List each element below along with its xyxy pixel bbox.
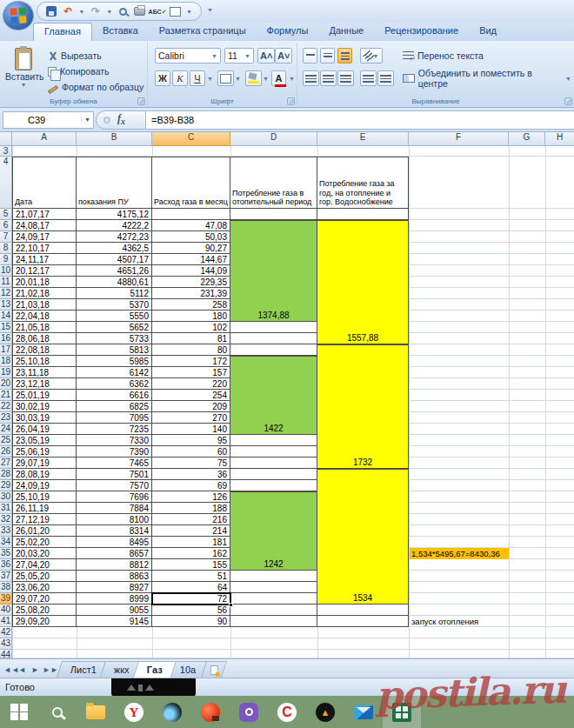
cell-B35[interactable]: 8657 (77, 548, 152, 559)
print-preview-icon[interactable] (117, 4, 129, 18)
row-header-16[interactable]: 16 (0, 333, 12, 344)
alignment-dialog-launcher-icon[interactable]: ◿ (564, 97, 572, 105)
row-header-32[interactable]: 32 (0, 514, 12, 525)
orientation-button[interactable]: ▼ (360, 48, 383, 63)
heating-period-block-3[interactable]: 1242 (230, 491, 317, 571)
row-header-36[interactable]: 36 (0, 559, 12, 571)
cell-D37[interactable] (230, 571, 317, 582)
cell-B4[interactable]: показания ПУ (77, 157, 152, 209)
cell-B39[interactable]: 8999 (77, 593, 152, 604)
row-header-21[interactable]: 21 (0, 390, 12, 401)
cell-A37[interactable]: 25,05,20 (13, 571, 77, 582)
browser-blue-taskbar-icon[interactable] (153, 696, 191, 728)
cell-B29[interactable]: 7570 (77, 480, 152, 491)
next-sheet-icon[interactable]: ► (30, 665, 41, 674)
cell-A15[interactable]: 21,05,18 (13, 322, 77, 333)
note-F41[interactable]: запуск отопления (410, 616, 509, 627)
cell-C33[interactable]: 214 (152, 525, 230, 537)
heating-period-block-2[interactable]: 1422 (230, 356, 317, 435)
name-box-dropdown-icon[interactable]: ▼ (81, 117, 93, 123)
row-header-28[interactable]: 28 (0, 469, 12, 480)
align-right-button[interactable] (337, 70, 354, 86)
cell-B14[interactable]: 5550 (77, 311, 152, 322)
copy-button[interactable]: Копировать (45, 63, 146, 79)
row-header-20[interactable]: 20 (0, 378, 12, 390)
cell-A31[interactable]: 26,11,19 (13, 503, 77, 514)
cell-A10[interactable]: 20,12,17 (13, 265, 77, 277)
fill-handle[interactable] (229, 603, 233, 607)
cell-D16[interactable] (230, 333, 317, 344)
previous-sheet-icon[interactable]: ◄ (17, 665, 28, 674)
paste-button[interactable]: Вставить ▼ (5, 46, 42, 98)
cell-A41[interactable]: 29,09,20 (13, 616, 77, 627)
borders-button[interactable] (217, 70, 234, 86)
cell-E4[interactable]: Потребление газа за год, на отопление и … (317, 157, 409, 209)
cell-C40[interactable]: 56 (152, 604, 230, 616)
cell-C10[interactable]: 144,09 (152, 265, 230, 277)
cell-A39[interactable]: 29,07,20 (13, 593, 77, 604)
cell-C23[interactable]: 270 (152, 412, 230, 424)
cell-B32[interactable]: 8100 (77, 514, 152, 525)
ribbon-tab-7[interactable]: Вид (469, 23, 507, 41)
cell-B23[interactable]: 7095 (77, 412, 152, 424)
ccleaner-taskbar-icon[interactable]: C (268, 696, 306, 728)
explorer-taskbar-icon[interactable] (77, 696, 115, 728)
redo-dropdown-icon[interactable]: ▼ (106, 9, 112, 15)
spelling-icon[interactable]: AБС✓ (150, 4, 164, 18)
cell-C36[interactable]: 155 (152, 559, 230, 571)
mail-taskbar-icon[interactable] (344, 696, 383, 728)
column-header-H[interactable]: H (545, 132, 574, 146)
cell-A14[interactable]: 22,04,18 (13, 311, 77, 322)
cell-B11[interactable]: 4880,61 (77, 277, 152, 288)
cell-B22[interactable]: 6825 (77, 401, 152, 412)
row-header-17[interactable]: 17 (0, 344, 12, 356)
photos-red-taskbar-icon[interactable] (191, 696, 230, 728)
font-dialog-launcher-icon[interactable]: ◿ (287, 97, 295, 105)
underline-button[interactable]: Ч (190, 70, 205, 86)
cell-A9[interactable]: 24,11,17 (13, 254, 77, 265)
row-header-15[interactable]: 15 (0, 322, 12, 333)
cell-C19[interactable]: 157 (152, 367, 230, 378)
row-header-6[interactable]: 6 (0, 220, 12, 231)
cell-D29[interactable] (230, 480, 317, 491)
cell-C24[interactable]: 140 (152, 424, 230, 435)
cell-C25[interactable]: 95 (152, 435, 230, 446)
excel-taskbar-icon[interactable] (383, 696, 421, 728)
cell-B10[interactable]: 4651,26 (77, 265, 152, 277)
cell-A28[interactable]: 28,08,19 (13, 469, 77, 480)
row-header-31[interactable]: 31 (0, 503, 12, 514)
merge-center-button[interactable]: Объединить и поместить в центре ▼ (400, 70, 574, 86)
row-header-12[interactable]: 12 (0, 288, 12, 299)
align-middle-button[interactable] (320, 48, 335, 63)
cell-B5[interactable]: 4175,12 (77, 209, 152, 220)
row-header-39[interactable]: 39 (0, 593, 12, 604)
cut-button[interactable]: Вырезать (45, 48, 146, 63)
row-header-18[interactable]: 18 (0, 356, 12, 367)
cell-B16[interactable]: 5733 (77, 333, 152, 344)
underline-dropdown-icon[interactable]: ▼ (207, 76, 213, 82)
cell-A4[interactable]: Дата (13, 157, 77, 209)
cell-C15[interactable]: 102 (152, 322, 230, 333)
cell-C6[interactable]: 47,08 (152, 220, 230, 231)
column-header-C[interactable]: C (152, 132, 230, 146)
cell-A12[interactable]: 21,02,18 (13, 288, 77, 299)
row-header-38[interactable]: 38 (0, 582, 12, 593)
row-header-26[interactable]: 26 (0, 446, 12, 458)
font-color-dropdown-icon[interactable]: ▼ (289, 76, 295, 82)
row-header-4[interactable]: 4 (0, 157, 12, 209)
cell-C7[interactable]: 50,03 (152, 231, 230, 243)
row-header-43[interactable]: 43 (0, 638, 12, 650)
cell-D41[interactable] (230, 616, 317, 627)
cell-D38[interactable] (230, 582, 317, 593)
row-header-5[interactable]: 5 (0, 209, 12, 220)
cell-D5[interactable] (230, 209, 317, 220)
ribbon-tab-4[interactable]: Формулы (257, 23, 319, 41)
cell-B40[interactable]: 9055 (77, 604, 152, 616)
row-header-24[interactable]: 24 (0, 424, 12, 435)
cell-B27[interactable]: 7465 (77, 458, 152, 469)
fill-color-dropdown-icon[interactable]: ▼ (263, 76, 269, 82)
format-painter-button[interactable]: Формат по образцу (45, 79, 146, 95)
cell-A8[interactable]: 22,10,17 (13, 243, 77, 254)
cell-A7[interactable]: 24,09,17 (13, 231, 77, 243)
cell-A40[interactable]: 25,08,20 (13, 604, 77, 616)
